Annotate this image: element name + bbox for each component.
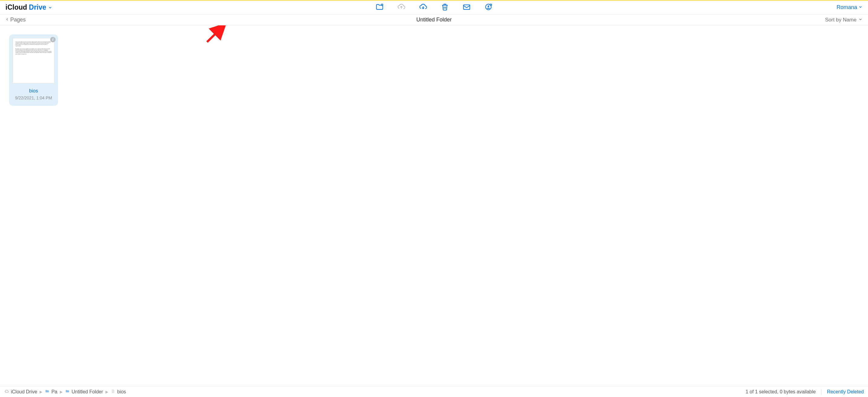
delete-button[interactable] xyxy=(440,3,450,12)
info-icon: i xyxy=(52,37,53,42)
breadcrumb-label: Untitled Folder xyxy=(72,389,103,395)
content-area: i Lorem ipsum dolor sit amet consectetur… xyxy=(0,25,868,386)
sort-dropdown[interactable]: Sort by Name xyxy=(825,17,863,23)
svg-point-3 xyxy=(488,5,489,7)
upload-button xyxy=(397,3,406,12)
breadcrumb-file[interactable]: bios xyxy=(111,389,126,395)
brand-icloud: iCloud xyxy=(5,3,27,11)
folder-title: Untitled Folder xyxy=(416,16,452,23)
brand-drive: Drive xyxy=(29,3,46,11)
share-button[interactable] xyxy=(484,3,493,12)
account-name: Romana xyxy=(837,4,857,10)
svg-rect-1 xyxy=(464,5,470,9)
trash-icon xyxy=(441,3,449,12)
brand-dropdown[interactable]: iCloud Drive xyxy=(5,3,52,11)
cloud-icon xyxy=(4,389,9,395)
breadcrumb-separator-icon: ▶ xyxy=(60,390,63,394)
annotation-arrow xyxy=(206,25,227,45)
breadcrumb-root[interactable]: iCloud Drive xyxy=(4,389,37,395)
folder-icon xyxy=(65,389,70,395)
file-item[interactable]: i Lorem ipsum dolor sit amet consectetur… xyxy=(9,34,58,106)
breadcrumb-separator-icon: ▶ xyxy=(39,390,42,394)
breadcrumb-label: bios xyxy=(117,389,126,395)
breadcrumb-untitled-folder[interactable]: Untitled Folder xyxy=(65,389,103,395)
recently-deleted-link[interactable]: Recently Deleted xyxy=(827,389,864,395)
chevron-down-icon xyxy=(48,3,52,11)
file-name: bios xyxy=(13,88,54,94)
document-icon xyxy=(111,389,116,395)
cloud-upload-icon xyxy=(397,3,406,12)
cloud-download-icon xyxy=(419,3,427,12)
status-right: 1 of 1 selected, 0 bytes available Recen… xyxy=(746,389,864,395)
chevron-down-icon xyxy=(858,17,863,23)
breadcrumb: iCloud Drive ▶ Pa ▶ Untitled Folder ▶ bi… xyxy=(4,389,126,395)
chevron-down-icon xyxy=(858,4,863,10)
info-button[interactable]: i xyxy=(50,37,56,42)
share-person-icon xyxy=(484,3,493,12)
breadcrumb-label: iCloud Drive xyxy=(11,389,37,395)
back-button[interactable]: Pages xyxy=(5,16,26,23)
account-menu[interactable]: Romana xyxy=(837,4,863,10)
back-label: Pages xyxy=(10,16,26,23)
chevron-left-icon xyxy=(5,16,9,23)
file-date: 9/22/2021, 1:04 PM xyxy=(13,96,54,100)
download-button[interactable] xyxy=(418,3,428,12)
sort-label: Sort by Name xyxy=(825,17,857,23)
breadcrumb-separator-icon: ▶ xyxy=(105,390,108,394)
mail-icon xyxy=(462,3,471,12)
new-folder-button[interactable] xyxy=(375,3,384,12)
top-bar: iCloud Drive xyxy=(0,0,868,14)
svg-line-5 xyxy=(207,27,222,42)
email-button[interactable] xyxy=(462,3,471,12)
sub-bar: Pages Untitled Folder Sort by Name xyxy=(0,14,868,25)
status-bar: iCloud Drive ▶ Pa ▶ Untitled Folder ▶ bi… xyxy=(0,386,868,397)
breadcrumb-label: Pa xyxy=(51,389,57,395)
breadcrumb-pages[interactable]: Pa xyxy=(45,389,57,395)
selection-status: 1 of 1 selected, 0 bytes available xyxy=(746,389,816,395)
divider xyxy=(821,389,822,395)
file-thumbnail: Lorem ipsum dolor sit amet consectetur a… xyxy=(13,38,54,84)
toolbar xyxy=(375,3,493,12)
folder-icon xyxy=(45,389,50,395)
folder-plus-icon xyxy=(375,3,384,12)
